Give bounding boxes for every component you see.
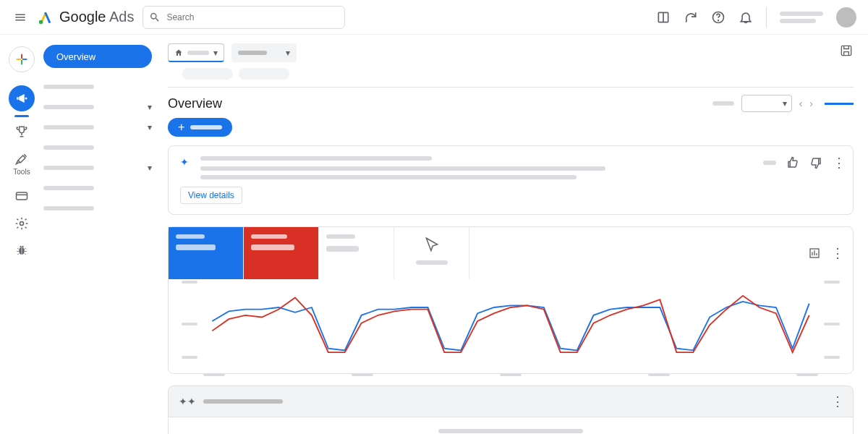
date-prev[interactable]: ‹: [799, 98, 803, 109]
metric-card-2[interactable]: [244, 227, 319, 279]
gear-icon: [14, 216, 29, 231]
ai-card-title: [203, 399, 283, 404]
svg-point-0: [39, 20, 43, 23]
notifications-icon[interactable]: [739, 10, 753, 25]
rail-goals[interactable]: [14, 124, 29, 139]
overflow-menu[interactable]: ⋮: [833, 155, 844, 171]
tools-icon: [14, 152, 29, 166]
bug-icon: [15, 244, 28, 257]
rail-billing[interactable]: [14, 189, 29, 203]
sparkles-icon: ✦✦: [179, 396, 196, 407]
plus-multicolor-icon: [14, 51, 30, 67]
date-range-dropdown[interactable]: ▾: [741, 95, 792, 112]
megaphone-icon: [15, 92, 28, 105]
metric-card-3[interactable]: [319, 227, 394, 279]
svg-point-8: [20, 222, 24, 226]
search-bar[interactable]: [142, 6, 345, 29]
home-icon: [174, 48, 183, 57]
rail-tools[interactable]: Tools: [13, 152, 30, 176]
appearance-icon[interactable]: [656, 10, 671, 25]
sidebar-item-1[interactable]: [43, 77, 152, 97]
ads-logo-icon: [38, 9, 54, 25]
compare-indicator: [825, 103, 854, 105]
search-icon: [149, 12, 161, 23]
svg-point-5: [25, 98, 27, 100]
svg-rect-6: [17, 192, 27, 200]
chevron-down-icon: ▾: [286, 48, 290, 58]
sidebar-item-7[interactable]: [43, 198, 152, 218]
add-button[interactable]: +: [168, 118, 232, 137]
performance-chart: [169, 279, 853, 373]
chevron-down-icon: ▾: [213, 48, 218, 58]
product-logo: Google Ads: [38, 9, 134, 25]
x-tick: [352, 373, 373, 376]
sidebar-overview[interactable]: Overview: [43, 45, 152, 68]
sparkle-icon: ✦: [180, 156, 189, 168]
metric-add[interactable]: [394, 227, 469, 279]
save-icon[interactable]: [839, 43, 854, 58]
secondary-dropdown[interactable]: ▾: [231, 43, 297, 62]
date-next[interactable]: ›: [809, 98, 813, 109]
sidebar-item-6[interactable]: [43, 178, 152, 198]
x-tick: [648, 373, 670, 376]
svg-point-12: [22, 246, 23, 247]
overflow-menu[interactable]: ⋮: [831, 245, 843, 261]
svg-point-4: [718, 20, 719, 20]
trophy-icon: [14, 124, 29, 139]
helper-text: [712, 101, 734, 106]
sidebar-item-5[interactable]: ▾: [43, 158, 152, 178]
chevron-down-icon: ▾: [148, 163, 152, 173]
rail-admin[interactable]: [14, 216, 29, 231]
sidebar-item-3[interactable]: ▾: [43, 117, 152, 137]
x-tick: [203, 373, 225, 376]
expand-chart-icon[interactable]: [808, 247, 821, 260]
sidebar-item-2[interactable]: ▾: [43, 97, 152, 117]
x-tick: [796, 373, 818, 376]
page-title: Overview: [168, 96, 222, 111]
user-avatar[interactable]: [836, 7, 856, 27]
filter-chip-2[interactable]: [239, 68, 289, 80]
card-icon: [14, 189, 29, 203]
overflow-menu[interactable]: ⋮: [831, 393, 843, 409]
view-details-button[interactable]: View details: [180, 187, 242, 204]
help-icon[interactable]: [711, 10, 726, 25]
cursor-icon: [422, 236, 441, 255]
insight-card: ⋮ ✦ View details: [168, 145, 854, 215]
refresh-icon[interactable]: [684, 10, 698, 25]
divider: [766, 7, 767, 27]
chevron-down-icon: ▾: [148, 102, 152, 112]
create-button[interactable]: [9, 46, 35, 72]
insight-line-1: [200, 166, 605, 171]
plus-icon: +: [178, 121, 184, 134]
insight-title: [200, 156, 432, 161]
thumbs-down-icon[interactable]: [809, 156, 822, 169]
x-tick: [500, 373, 522, 376]
ai-body-line-1: [438, 429, 583, 433]
svg-rect-13: [841, 46, 851, 55]
scope-dropdown[interactable]: ▾: [168, 43, 224, 62]
ai-summary-card: ✦✦ ⋮: [168, 386, 854, 434]
insight-line-2: [200, 175, 576, 179]
chevron-down-icon: ▾: [148, 122, 152, 132]
hamburger-menu[interactable]: [12, 9, 29, 26]
performance-card: ⋮: [168, 226, 854, 374]
thumbs-up-icon[interactable]: [786, 156, 799, 169]
sidebar-item-4[interactable]: [43, 137, 152, 158]
metric-card-1[interactable]: [169, 227, 244, 279]
search-input[interactable]: [166, 12, 339, 22]
filter-chip-1[interactable]: [182, 68, 233, 80]
rail-tools-label: Tools: [13, 168, 30, 176]
divider: [168, 87, 854, 88]
svg-point-11: [20, 246, 21, 247]
product-name: Google Ads: [59, 9, 134, 25]
account-chooser[interactable]: [780, 12, 823, 23]
rail-campaigns[interactable]: [9, 85, 35, 111]
rail-bug[interactable]: [15, 244, 28, 257]
